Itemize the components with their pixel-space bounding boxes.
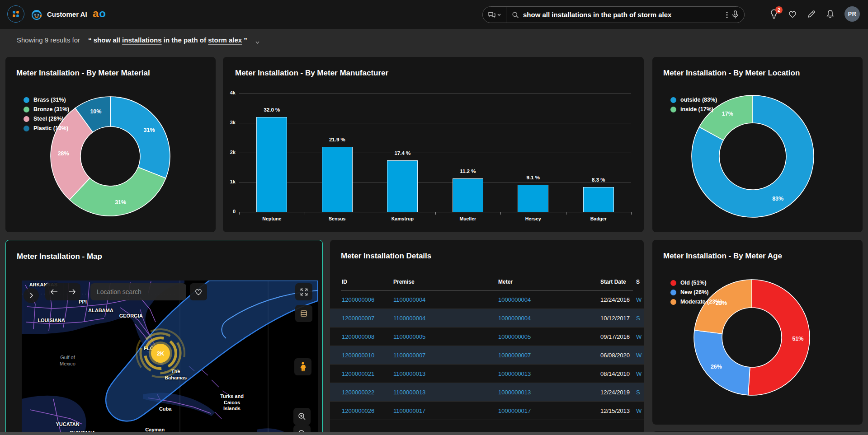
cell-id[interactable]: 1200000010	[342, 352, 374, 359]
column-header-ID[interactable]: ID	[342, 279, 347, 285]
legend-label: Old (51%)	[680, 280, 707, 286]
bell-icon	[826, 9, 835, 19]
cell-premise[interactable]: 1100000004	[393, 315, 425, 322]
map-back-button[interactable]	[45, 283, 63, 300]
cell-premise[interactable]: 1100000007	[393, 352, 425, 359]
legend-item-Plastic[interactable]: Plastic (10%)	[24, 125, 69, 131]
map-zoom-in-button[interactable]	[293, 408, 311, 425]
column-header-Premise[interactable]: Premise	[393, 279, 415, 285]
table-row[interactable]: 12000000211100000013100000001308/14/2010…	[330, 365, 644, 383]
card-installation-details: Meter Installation Details IDPremiseMete…	[330, 240, 644, 435]
cell-premise[interactable]: 1100000013	[393, 389, 425, 396]
cell-clipped[interactable]: S	[636, 389, 640, 396]
voice-search-button[interactable]	[732, 10, 739, 19]
search-options-kebab-button[interactable]	[726, 11, 728, 19]
map-forward-button[interactable]	[63, 283, 80, 300]
bar-Neptune[interactable]	[256, 117, 287, 212]
legend-item-Steel[interactable]: Steel (28%)	[24, 116, 69, 122]
map-favorite-button[interactable]	[190, 283, 207, 300]
cell-id[interactable]: 1200000021	[342, 370, 374, 377]
street-view-pegman-button[interactable]	[294, 358, 311, 375]
cell-premise[interactable]: 1100000013	[393, 370, 425, 377]
map-list-view-button[interactable]	[295, 305, 312, 322]
favorites-button[interactable]	[788, 10, 797, 18]
bar-Badger[interactable]	[583, 187, 614, 212]
cluster-count[interactable]: 2K	[151, 344, 170, 363]
cell-id[interactable]: 1200000022	[342, 389, 374, 396]
donut-chart-meter-location: 83%17%	[652, 57, 863, 232]
legend-item-Bronze[interactable]: Bronze (31%)	[24, 106, 69, 112]
cell-id[interactable]: 1200000026	[342, 407, 374, 414]
cell-clipped[interactable]: W	[636, 333, 642, 340]
cell-clipped[interactable]: W	[636, 407, 642, 414]
cell-meter[interactable]: 1000000013	[498, 370, 531, 377]
legend-dot	[670, 107, 676, 112]
cell-premise[interactable]: 1100000017	[393, 407, 425, 414]
storm-cluster-marker[interactable]: 2K	[134, 327, 187, 379]
horizontal-scrollbar[interactable]	[0, 432, 868, 435]
cell-id[interactable]: 1200000006	[342, 296, 374, 303]
heart-icon	[788, 10, 797, 18]
cell-meter[interactable]: 1000000013	[498, 389, 531, 396]
bar-Kamstrup[interactable]	[387, 160, 418, 212]
legend-item-inside[interactable]: inside (17%)	[670, 106, 717, 112]
arrow-right-icon	[68, 289, 76, 295]
card-meter-manufacturer: Meter Installation - By Meter Manufactur…	[223, 57, 644, 232]
cell-meter[interactable]: 1000000007	[498, 352, 531, 359]
legend-item-New[interactable]: New (26%)	[670, 289, 722, 295]
pie-slice-Brass[interactable]	[110, 97, 170, 178]
table-row[interactable]: 12000000061100000004100000000412/24/2016…	[330, 290, 644, 309]
cell-meter[interactable]: 1000000004	[498, 296, 531, 303]
legend-item-Brass[interactable]: Brass (31%)	[24, 97, 69, 103]
cell-id[interactable]: 1200000007	[342, 315, 374, 322]
query-text: “	[88, 36, 94, 44]
card-title-meter-material: Meter Installation - By Meter Material	[16, 69, 150, 78]
search-mode-selector[interactable]	[483, 7, 506, 23]
legend-label: outside (83%)	[680, 97, 717, 103]
column-header-Meter[interactable]: Meter	[498, 279, 513, 285]
map-location-search-input[interactable]	[90, 283, 186, 300]
map-canvas[interactable]: ARKANSASPPIALABAMAGEORGIALOUISIANAGulf o…	[22, 281, 318, 435]
legend-item-Old[interactable]: Old (51%)	[670, 280, 722, 286]
column-header-S[interactable]: S	[636, 279, 640, 285]
cell-clipped[interactable]: W	[636, 352, 642, 359]
user-avatar[interactable]: PR	[844, 6, 860, 22]
pie-slice-New[interactable]	[694, 330, 750, 395]
legend-dot	[670, 290, 676, 295]
insights-button[interactable]: 2	[770, 9, 778, 19]
app-launcher-button[interactable]	[7, 5, 24, 23]
gridline	[239, 153, 631, 153]
map-fullscreen-button[interactable]	[295, 283, 312, 300]
table-row[interactable]: 12000000261100000017100000001712/15/2013…	[330, 402, 644, 420]
cell-meter[interactable]: 1000000004	[498, 315, 531, 322]
cell-id[interactable]: 1200000008	[342, 333, 374, 340]
legend-item-outside[interactable]: outside (83%)	[670, 97, 717, 103]
pie-slice-value: 83%	[772, 196, 783, 202]
card-title-meter-age: Meter Installation - By Meter Age	[663, 252, 782, 261]
legend-label: Bronze (31%)	[33, 106, 69, 112]
card-map[interactable]: Meter Installation - Map	[5, 240, 323, 435]
cell-clipped[interactable]: S	[636, 315, 640, 322]
cell-clipped[interactable]: W	[636, 296, 642, 303]
cell-meter[interactable]: 1000000017	[498, 407, 531, 414]
search-input[interactable]	[523, 11, 722, 19]
table-row[interactable]: 12000000101100000007100000000706/08/2020…	[330, 346, 644, 365]
legend-item-Moderate[interactable]: Moderate (23%)	[670, 299, 722, 305]
annotate-button[interactable]	[807, 9, 816, 19]
column-header-Start Date[interactable]: Start Date	[600, 279, 626, 285]
table-row[interactable]: 12000000081100000005100000000509/17/2016…	[330, 327, 644, 346]
map-history-nav	[45, 283, 80, 300]
bar-Sensus[interactable]	[322, 147, 353, 212]
results-caret-icon[interactable]	[255, 37, 259, 46]
cell-clipped[interactable]: W	[636, 370, 642, 377]
map-panel-toggle-button[interactable]	[24, 288, 39, 303]
cell-premise[interactable]: 1100000005	[393, 333, 425, 340]
cell-start-date: 12/15/2013	[600, 407, 630, 414]
table-row[interactable]: 12000000221100000013100000001312/24/2019…	[330, 383, 644, 402]
notifications-button[interactable]	[826, 9, 835, 19]
table-row[interactable]: 12000000071100000004100000000410/12/2017…	[330, 309, 644, 327]
bar-Hersey[interactable]	[518, 185, 548, 212]
bar-Mueller[interactable]	[453, 178, 483, 212]
cell-meter[interactable]: 1000000005	[498, 333, 531, 340]
cell-premise[interactable]: 1100000004	[393, 296, 425, 303]
